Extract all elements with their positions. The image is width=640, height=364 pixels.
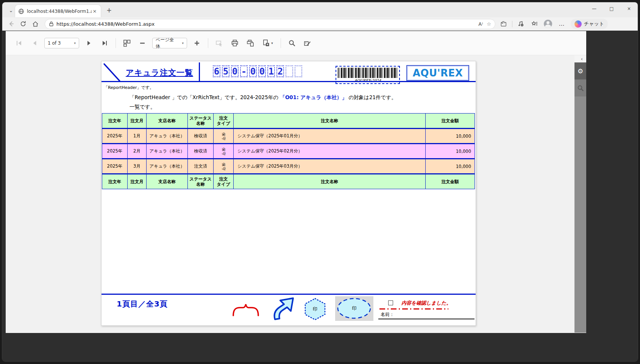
collections-icon[interactable] (529, 19, 540, 29)
browser-window: ⌄ localhost:44388/WebForm1.aspx × + — □ … (2, 2, 638, 362)
favorite-star-icon[interactable]: ☆ (487, 21, 491, 27)
report-viewer: 1 of 3 ▾ (6, 31, 586, 333)
hexagon-stamp: 印 (303, 297, 327, 321)
copilot-button[interactable]: チャット (571, 19, 608, 29)
export-icon[interactable]: ▾ (260, 37, 275, 49)
tab-bar: ⌄ localhost:44388/WebForm1.aspx × + — □ … (2, 2, 638, 17)
header-amount: 注文金額 (426, 174, 475, 189)
previous-page-icon[interactable] (29, 37, 40, 49)
zoom-out-icon[interactable] (137, 37, 148, 49)
next-page-icon[interactable] (83, 37, 95, 49)
page-select[interactable]: 1 of 3 ▾ (44, 38, 79, 48)
multipage-view-icon[interactable] (121, 37, 133, 49)
screen: ⌄ localhost:44388/WebForm1.aspx × + — □ … (0, 0, 640, 364)
confirm-text: 内容を確認しました。 (401, 300, 451, 306)
url-bar[interactable]: https://localhost:44388/WebForm1.aspx A⁾… (45, 19, 495, 29)
back-icon[interactable] (6, 19, 16, 29)
browser-tab[interactable]: localhost:44388/WebForm1.aspx × (15, 5, 101, 17)
zoom-select[interactable]: ページ全体 ▾ (152, 38, 187, 48)
read-aloud-icon[interactable]: A⁾ (478, 21, 483, 27)
tab-search-chevron-icon[interactable]: ⌄ (7, 6, 15, 14)
cell-type: 保守 (214, 144, 234, 159)
print-page-icon[interactable] (245, 37, 256, 49)
search-panel-icon (577, 85, 584, 92)
header-branch: 支店名称 (147, 114, 188, 129)
new-tab-button[interactable]: + (105, 6, 113, 14)
toolbar-separator (116, 38, 116, 48)
reportheader-note: 「ReportHeader」です。 (104, 85, 154, 90)
header-type: 注文タイプ (214, 174, 234, 189)
cell-type: 保守 (214, 129, 234, 144)
table-row: 2025年 3月 アキュラ（本社） 注文済 保守 システム保守（2025年03月… (102, 159, 475, 174)
cell-branch: アキュラ（本社） (147, 159, 188, 174)
gear-icon: ⚙ (578, 67, 583, 75)
avatar (544, 20, 552, 28)
report-title: アキュラ注文一覧 (126, 67, 193, 78)
header-year: 注文年 (102, 114, 128, 129)
maximize-button[interactable]: □ (603, 2, 620, 15)
edit-fields-icon[interactable] (302, 37, 313, 49)
lock-icon[interactable] (49, 21, 54, 26)
diagonal-line-shape (103, 63, 122, 82)
table-footer-header-row: 注文年 注文月 支店名称 ステータス名称 注文タイプ 注文名称 注文金額 (102, 174, 475, 189)
cell-year: 2025年 (102, 129, 128, 144)
toolbar-separator (281, 38, 281, 48)
comb-char: 0 (231, 65, 239, 77)
chevron-down-icon: ▾ (271, 41, 273, 45)
highlight-editing-fields-icon[interactable] (214, 37, 225, 49)
profile-avatar[interactable] (543, 19, 553, 29)
header-branch: 支店名称 (147, 174, 188, 189)
last-page-icon[interactable] (99, 37, 110, 49)
cell-status: 検収済 (188, 129, 214, 144)
comb-char: 0 (249, 65, 257, 77)
toolbar-separator (512, 21, 512, 27)
page-number-label: 1頁目／全3頁 (117, 299, 168, 309)
media-controls-icon[interactable] (515, 19, 526, 29)
header-name: 注文名称 (234, 114, 426, 129)
url-text[interactable]: https://localhost:44388/WebForm1.aspx (56, 21, 475, 27)
stamp-label: 印 (336, 297, 372, 320)
first-page-icon[interactable] (13, 37, 25, 49)
refresh-icon[interactable] (18, 19, 28, 29)
header-status: ステータス名称 (188, 174, 214, 189)
settings-ellipsis-icon[interactable]: … (556, 19, 567, 29)
brace-shape (232, 303, 260, 318)
header-name: 注文名称 (234, 174, 426, 189)
cell-month: 3月 (128, 159, 147, 174)
collapse-panel-icon[interactable]: ‹ (574, 55, 586, 62)
minimize-button[interactable]: — (585, 2, 603, 15)
close-window-button[interactable]: × (620, 2, 638, 15)
table-header-row: 注文年 注文月 支店名称 ステータス名称 注文タイプ 注文名称 注文金額 (102, 114, 475, 129)
webpage-content: 1 of 3 ▾ (2, 31, 638, 362)
page-indicator: 1 of 3 (48, 40, 70, 46)
richtext-post: の対象は21件です。 (347, 94, 396, 100)
zoom-in-icon[interactable] (191, 37, 203, 49)
cell-status: 検収済 (188, 144, 214, 159)
copilot-label: チャット (584, 20, 604, 27)
comb-char-empty (286, 65, 293, 77)
extensions-icon[interactable] (498, 19, 509, 29)
richtext-highlight: 「O01: アキュラ（本社）」 (280, 94, 347, 100)
stamp-label: 印 (303, 297, 327, 321)
cell-amount: 10,000 (426, 129, 475, 144)
zoom-value: ページ全体 (156, 37, 178, 50)
postal-code-comb: 6 5 0 - 0 0 1 2 (213, 65, 302, 77)
header-year: 注文年 (102, 174, 128, 189)
viewer-toolbar: 1 of 3 ▾ (6, 31, 586, 55)
tab-search-panel[interactable] (574, 79, 586, 96)
cell-month: 1月 (128, 129, 147, 144)
confirm-checkbox[interactable] (388, 300, 393, 305)
address-bar: https://localhost:44388/WebForm1.aspx A⁾… (2, 17, 638, 31)
home-icon[interactable] (30, 19, 40, 29)
copilot-icon (574, 20, 582, 28)
richtext-pre: 「ReportHeader 」での「XrRichText」です。2024-202… (130, 94, 280, 100)
search-icon[interactable] (286, 37, 298, 49)
header-type: 注文タイプ (214, 114, 234, 129)
chevron-down-icon: ▾ (74, 41, 76, 45)
print-icon[interactable] (229, 37, 240, 49)
tab-close-icon[interactable]: × (92, 8, 98, 14)
tab-export-options[interactable]: ⚙ (574, 62, 586, 79)
header-amount: 注文金額 (426, 114, 475, 129)
richtext-line1: 「ReportHeader 」での「XrRichText」です。2024-202… (130, 94, 396, 101)
tab-title: localhost:44388/WebForm1.aspx (27, 9, 92, 14)
